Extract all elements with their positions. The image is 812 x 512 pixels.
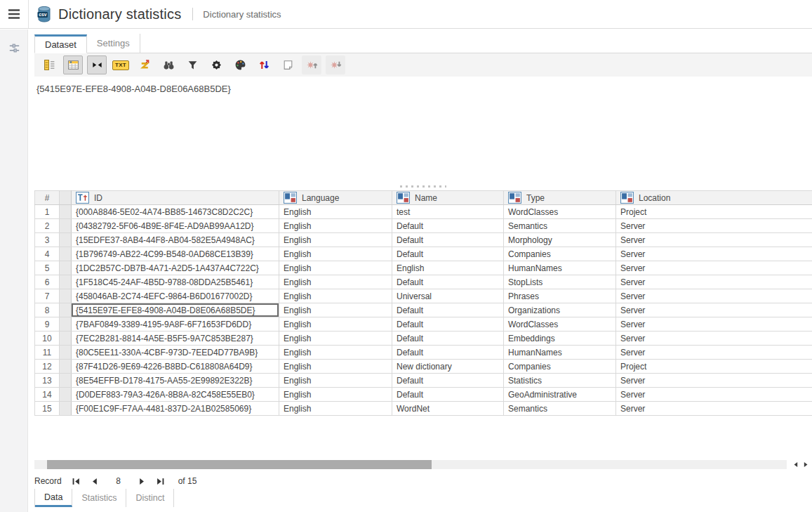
row-number[interactable]: 12	[35, 360, 60, 374]
cell-language[interactable]: English	[279, 289, 392, 303]
cell-name[interactable]: Default	[392, 247, 504, 261]
cell-type[interactable]: Embeddings	[504, 332, 616, 346]
cell-type[interactable]: Semantics	[504, 219, 616, 233]
cell-location[interactable]: Server	[616, 374, 812, 388]
tab-data[interactable]: Data	[35, 489, 72, 507]
tab-statistics[interactable]: Statistics	[72, 489, 126, 507]
cell-id[interactable]: {1B796749-AB22-4C99-B548-0AD68CE13B39}	[72, 247, 279, 261]
cell-type[interactable]: Companies	[504, 247, 616, 261]
cell-id[interactable]: {7EC2B281-8814-4A5E-B5F5-9A7C853BE287}	[72, 332, 279, 346]
scroll-left-button[interactable]	[792, 461, 799, 468]
row-selector[interactable]	[60, 346, 72, 360]
cell-type[interactable]: Companies	[504, 360, 616, 374]
customize-panel-button[interactable]	[0, 35, 28, 60]
cell-name[interactable]: Default	[392, 374, 504, 388]
find-button[interactable]	[159, 55, 178, 74]
header-name[interactable]: Name	[392, 191, 504, 205]
cell-location[interactable]: Server	[616, 388, 812, 402]
cell-language[interactable]: English	[279, 219, 392, 233]
cell-language[interactable]: English	[279, 374, 392, 388]
row-number[interactable]: 11	[35, 346, 60, 360]
cell-id[interactable]: {000A8846-5E02-4A74-BB85-14673C8D2C2C}	[72, 205, 279, 219]
cell-name[interactable]: Default	[392, 317, 504, 332]
header-row-number[interactable]: #	[35, 191, 60, 205]
row-selector[interactable]	[60, 275, 72, 289]
row-selector[interactable]	[60, 388, 72, 402]
cell-id[interactable]: {458046AB-2C74-4EFC-9864-B6D01677002D}	[72, 289, 279, 303]
row-number[interactable]: 3	[35, 233, 60, 247]
cell-type[interactable]: Semantics	[504, 402, 616, 416]
row-selector[interactable]	[60, 332, 72, 346]
row-selector[interactable]	[60, 374, 72, 388]
record-view-button[interactable]	[39, 55, 59, 74]
row-selector[interactable]	[60, 219, 72, 233]
cell-type[interactable]: Phrases	[504, 289, 616, 303]
cell-location[interactable]: Server	[616, 261, 812, 275]
cell-language[interactable]: English	[279, 402, 392, 416]
cell-preview-pane[interactable]: {5415E97E-EFE8-4908-A04B-D8E06A68B5DE}	[34, 77, 812, 182]
next-record-button[interactable]	[135, 475, 150, 487]
cell-language[interactable]: English	[279, 317, 392, 332]
cell-id[interactable]: {8E54EFFB-D178-4175-AA55-2E99892E322B}	[72, 374, 279, 388]
row-number[interactable]: 6	[35, 275, 60, 289]
cell-location[interactable]: Server	[616, 289, 812, 303]
cell-id[interactable]: {80C5EE11-330A-4CBF-973D-7EED4D77BA9B}	[72, 346, 279, 360]
cell-location[interactable]: Server	[616, 332, 812, 346]
scroll-right-button[interactable]	[803, 461, 809, 468]
cell-type[interactable]: WordClasses	[504, 317, 616, 332]
cell-name[interactable]: Default	[392, 275, 504, 289]
fit-column-width-button[interactable]	[87, 55, 107, 74]
row-selector[interactable]	[60, 233, 72, 247]
cell-name[interactable]: Default	[392, 303, 504, 317]
cell-language[interactable]: English	[279, 205, 392, 219]
row-selector[interactable]	[60, 205, 72, 219]
cell-location[interactable]: Server	[616, 317, 812, 332]
tab-distinct[interactable]: Distinct	[126, 489, 174, 507]
settings-gear-button[interactable]	[206, 55, 226, 74]
cell-location[interactable]: Server	[616, 346, 812, 360]
tab-dataset[interactable]: Dataset	[34, 34, 87, 53]
scrollbar-thumb[interactable]	[47, 460, 432, 469]
row-selector[interactable]	[60, 303, 72, 317]
row-number[interactable]: 2	[35, 219, 60, 233]
cell-id[interactable]: {1DC2B57C-DB7B-4A71-A2D5-1A437A4C722C}	[72, 261, 279, 275]
cell-name[interactable]: Default	[392, 388, 504, 402]
last-record-button[interactable]	[153, 475, 168, 487]
previous-record-button[interactable]	[87, 475, 102, 487]
row-number[interactable]: 8	[35, 303, 60, 317]
current-record-number[interactable]: 8	[105, 476, 132, 486]
cell-name[interactable]: Universal	[392, 289, 504, 303]
header-id[interactable]: ID	[72, 191, 279, 205]
cell-type[interactable]: StopLists	[504, 275, 616, 289]
row-number[interactable]: 9	[35, 317, 60, 332]
tab-settings[interactable]: Settings	[87, 34, 140, 53]
row-selector[interactable]	[60, 247, 72, 261]
cell-type[interactable]: Statistics	[504, 374, 616, 388]
scrollbar-track[interactable]	[34, 460, 787, 469]
cell-id[interactable]: {7BAF0849-3389-4195-9A8F-6F71653FD6DD}	[72, 317, 279, 332]
row-number[interactable]: 1	[35, 205, 60, 219]
cell-language[interactable]: English	[279, 247, 392, 261]
pane-splitter[interactable]	[34, 182, 812, 190]
cell-language[interactable]: English	[279, 233, 392, 247]
row-number[interactable]: 10	[35, 332, 60, 346]
cell-name[interactable]: Default	[392, 233, 504, 247]
cell-location[interactable]: Project	[616, 205, 812, 219]
cell-location[interactable]: Server	[616, 219, 812, 233]
cell-id[interactable]: {04382792-5F06-4B9E-8F4E-AD9AB99AA12D}	[72, 219, 279, 233]
row-number[interactable]: 7	[35, 289, 60, 303]
row-selector[interactable]	[60, 317, 72, 332]
filter-button[interactable]	[182, 55, 202, 74]
cell-id[interactable]: {5415E97E-EFE8-4908-A04B-D8E06A68B5DE}	[72, 303, 279, 317]
cell-language[interactable]: English	[279, 332, 392, 346]
cell-type[interactable]: Organizations	[504, 303, 616, 317]
cell-type[interactable]: WordClasses	[504, 205, 616, 219]
header-location[interactable]: Location	[616, 191, 812, 205]
export-transform-button[interactable]	[135, 55, 154, 74]
cell-id[interactable]: {D0DEF883-79A3-426A-8B8A-82C458E55EB0}	[72, 388, 279, 402]
row-number[interactable]: 5	[35, 261, 60, 275]
row-number[interactable]: 4	[35, 247, 60, 261]
cell-location[interactable]: Server	[616, 233, 812, 247]
cell-language[interactable]: English	[279, 346, 392, 360]
cell-id[interactable]: {F00E1C9F-F7AA-4481-837D-2A1B02585069}	[72, 402, 279, 416]
